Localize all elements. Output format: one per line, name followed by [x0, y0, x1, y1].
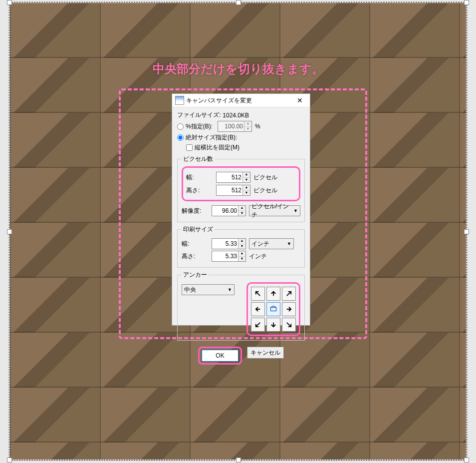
width-spinner[interactable]: ▲▼ — [216, 172, 250, 183]
spin-down-icon[interactable]: ▼ — [238, 257, 245, 262]
height-label: 高さ: — [186, 186, 216, 195]
canvas-size-dialog: キャンバスサイズを変更 ✕ ファイルサイズ: 1024.0KB %指定(B): … — [172, 93, 310, 326]
print-width-unit-value: インチ — [251, 240, 269, 248]
anchor-left[interactable] — [251, 302, 265, 316]
absolute-mode-row: 絶対サイズ指定(B): — [177, 133, 305, 142]
anchor-bottom[interactable] — [266, 318, 280, 332]
width-input[interactable] — [217, 172, 242, 182]
resolution-unit-value: ピクセル/インチ — [251, 202, 290, 219]
close-icon[interactable]: ✕ — [290, 94, 310, 107]
lock-ratio-row: 縦横比を固定(M) — [177, 143, 305, 152]
svg-rect-0 — [270, 308, 276, 311]
height-input[interactable] — [217, 185, 242, 195]
anchor-grid — [246, 282, 300, 336]
anchor-top-right[interactable] — [282, 287, 296, 301]
anchor-group-legend: アンカー — [182, 271, 209, 279]
app-icon — [175, 96, 184, 105]
print-height-unit: インチ — [249, 252, 267, 261]
absolute-radio[interactable] — [177, 134, 184, 141]
ok-button[interactable]: OK — [202, 350, 238, 362]
resolution-spinner[interactable]: ▲▼ — [212, 205, 246, 216]
spin-down-icon[interactable]: ▼ — [243, 178, 250, 183]
anchor-select[interactable]: 中央 ▼ — [182, 284, 235, 295]
height-unit: ピクセル — [253, 186, 277, 195]
lock-ratio-checkbox[interactable] — [186, 144, 193, 151]
print-width-unit-select[interactable]: インチ ▼ — [249, 238, 294, 249]
width-label: 幅: — [186, 173, 216, 182]
lock-ratio-label: 縦横比を固定(M) — [195, 143, 239, 152]
print-width-input[interactable] — [212, 239, 238, 249]
cancel-button[interactable]: キャンセル — [247, 347, 284, 359]
chevron-down-icon: ▼ — [293, 208, 298, 213]
height-spinner[interactable]: ▲▼ — [216, 185, 250, 196]
percent-spinner: ▲▼ — [218, 121, 252, 132]
pixel-size-group: ピクセル数 幅: ▲▼ ピクセル 高さ: ▲▼ ピクセル — [177, 155, 305, 222]
anchor-right[interactable] — [282, 302, 296, 316]
resolution-label: 解像度: — [182, 207, 212, 215]
dialog-titlebar[interactable]: キャンバスサイズを変更 ✕ — [172, 94, 310, 107]
spin-up-icon[interactable]: ▲ — [243, 172, 250, 178]
spin-up-icon[interactable]: ▲ — [238, 206, 245, 211]
resize-handle[interactable] — [7, 458, 12, 463]
spin-up-icon[interactable]: ▲ — [243, 185, 250, 191]
resize-handle[interactable] — [464, 0, 469, 5]
filesize-value: 1024.0KB — [223, 112, 249, 119]
filesize-label: ファイルサイズ: — [177, 111, 221, 119]
resize-handle[interactable] — [7, 229, 12, 234]
anchor-bottom-right[interactable] — [282, 318, 296, 332]
resize-handle[interactable] — [236, 0, 241, 5]
spin-down-icon[interactable]: ▼ — [238, 244, 245, 249]
chevron-down-icon: ▼ — [228, 287, 232, 292]
filesize-row: ファイルサイズ: 1024.0KB — [177, 111, 305, 119]
percent-mode-row: %指定(B): ▲▼ % — [177, 121, 305, 132]
spin-up-icon[interactable]: ▲ — [238, 251, 245, 257]
pixel-fields-highlight: 幅: ▲▼ ピクセル 高さ: ▲▼ ピクセル — [182, 166, 300, 201]
spin-down-icon[interactable]: ▼ — [243, 191, 250, 196]
percent-unit: % — [255, 123, 260, 130]
absolute-label: 絶対サイズ指定(B): — [186, 133, 237, 142]
anchor-top[interactable] — [266, 287, 280, 301]
print-width-label: 幅: — [182, 240, 212, 248]
anchor-top-left[interactable] — [251, 287, 265, 301]
ok-highlight: OK — [198, 347, 242, 365]
anchor-group: アンカー 中央 ▼ — [177, 271, 305, 341]
width-unit: ピクセル — [253, 173, 277, 182]
print-width-spinner[interactable]: ▲▼ — [212, 238, 246, 249]
anchor-value: 中央 — [184, 286, 196, 294]
resize-handle[interactable] — [7, 0, 12, 5]
resize-handle[interactable] — [236, 458, 241, 463]
print-height-input[interactable] — [212, 251, 238, 261]
anchor-center[interactable] — [266, 302, 280, 316]
resolution-input[interactable] — [212, 206, 238, 216]
spin-down-icon[interactable]: ▼ — [238, 211, 245, 216]
pixel-group-legend: ピクセル数 — [182, 155, 215, 163]
resize-handle[interactable] — [464, 229, 469, 234]
percent-label: %指定(B): — [186, 122, 213, 131]
percent-input — [218, 121, 244, 131]
percent-radio[interactable] — [177, 123, 184, 130]
print-height-spinner[interactable]: ▲▼ — [212, 251, 246, 262]
print-size-group: 印刷サイズ 幅: ▲▼ インチ ▼ 高さ: ▲▼ インチ — [177, 225, 305, 268]
spin-up-icon[interactable]: ▲ — [238, 239, 245, 244]
anchor-bottom-left[interactable] — [251, 318, 265, 332]
print-group-legend: 印刷サイズ — [182, 225, 215, 234]
resize-handle[interactable] — [464, 458, 469, 463]
chevron-down-icon: ▼ — [287, 241, 291, 246]
annotation-text: 中央部分だけを切り抜きます。 — [0, 61, 476, 77]
dialog-title: キャンバスサイズを変更 — [186, 94, 290, 107]
resolution-unit-select[interactable]: ピクセル/インチ ▼ — [249, 205, 300, 216]
print-height-label: 高さ: — [182, 252, 212, 261]
